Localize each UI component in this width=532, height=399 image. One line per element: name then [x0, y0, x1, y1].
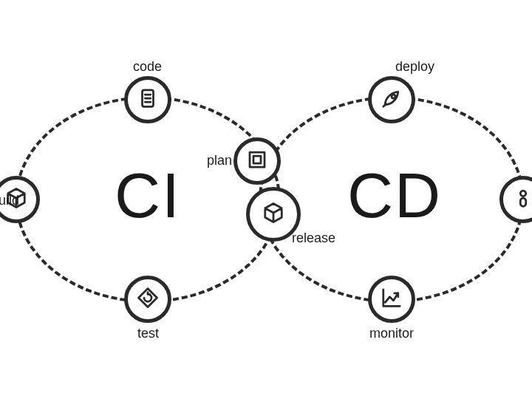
- svg-rect-8: [520, 198, 526, 206]
- ci-cd-diagram: CI CD build code plan release test: [0, 0, 532, 399]
- code-node: [124, 76, 171, 123]
- cube-icon: [262, 202, 284, 227]
- test-node: [124, 276, 171, 323]
- test-label: test: [137, 326, 159, 341]
- deploy-label: deploy: [395, 59, 434, 75]
- svg-rect-5: [253, 156, 261, 163]
- monitor-node: [368, 276, 415, 323]
- svg-point-6: [392, 95, 395, 98]
- plan-node: [233, 137, 281, 185]
- code-label: code: [133, 59, 162, 75]
- svg-rect-4: [250, 152, 265, 167]
- chart-icon: [381, 287, 403, 312]
- deploy-node: [368, 76, 415, 123]
- clipboard-icon: [137, 87, 159, 112]
- ci-title: CI: [115, 159, 181, 232]
- monitor-label: monitor: [369, 326, 414, 341]
- person-icon: [512, 187, 532, 212]
- build-label: build: [0, 193, 19, 208]
- svg-point-7: [520, 191, 526, 197]
- rocket-icon: [381, 87, 403, 112]
- cd-title: CD: [347, 159, 442, 232]
- refresh-diamond-icon: [137, 287, 159, 312]
- release-label: release: [292, 231, 335, 246]
- square-icon: [246, 149, 268, 174]
- plan-label: plan: [207, 153, 232, 168]
